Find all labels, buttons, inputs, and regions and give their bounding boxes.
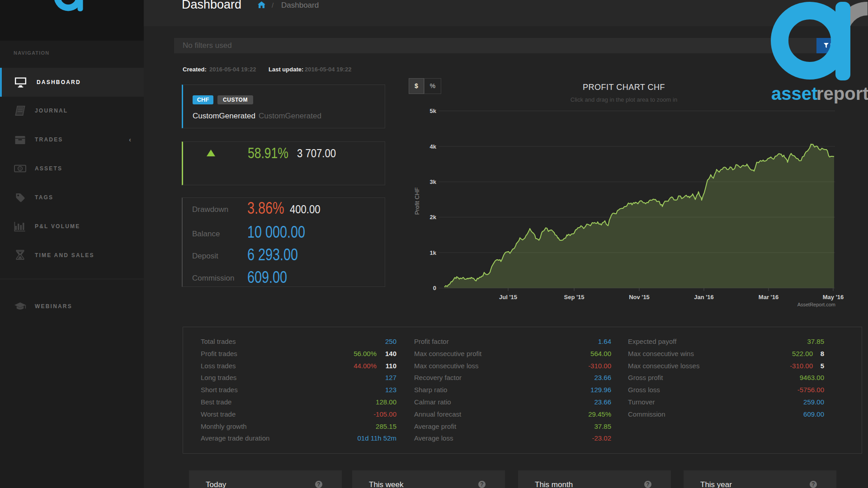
svg-text:AssetReport.com: AssetReport.com bbox=[797, 302, 835, 307]
svg-text:0: 0 bbox=[433, 285, 436, 291]
svg-text:May '16: May '16 bbox=[823, 294, 844, 300]
svg-text:report: report bbox=[816, 84, 868, 103]
svg-text:Mar '16: Mar '16 bbox=[759, 294, 778, 300]
svg-text:asset: asset bbox=[771, 84, 817, 103]
svg-text:Sep '15: Sep '15 bbox=[564, 294, 584, 300]
svg-text:4k: 4k bbox=[430, 143, 437, 150]
svg-text:2k: 2k bbox=[430, 214, 437, 221]
svg-text:3k: 3k bbox=[430, 178, 437, 185]
svg-text:Jan '16: Jan '16 bbox=[694, 294, 714, 300]
svg-text:5k: 5k bbox=[430, 108, 437, 114]
svg-text:Nov '15: Nov '15 bbox=[629, 294, 650, 300]
svg-text:Jul '15: Jul '15 bbox=[499, 294, 517, 300]
svg-text:Profit CHF: Profit CHF bbox=[414, 188, 420, 215]
svg-text:1k: 1k bbox=[430, 249, 437, 256]
